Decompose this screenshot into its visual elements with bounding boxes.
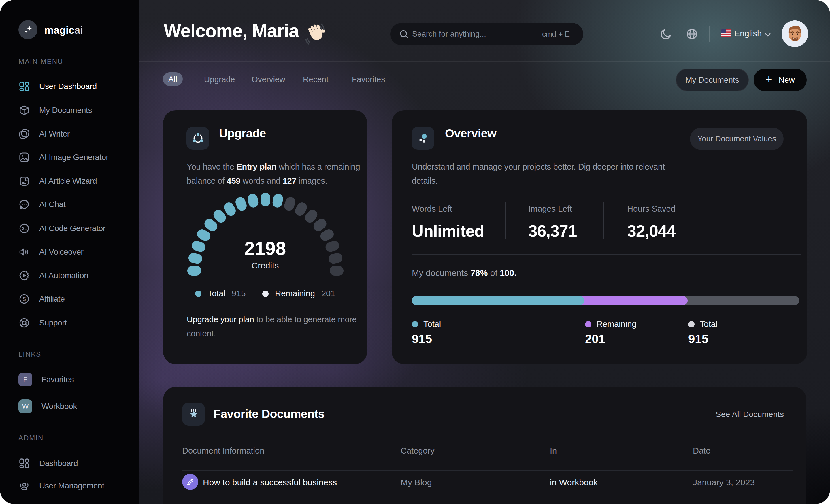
svg-text:$: $	[23, 296, 26, 302]
